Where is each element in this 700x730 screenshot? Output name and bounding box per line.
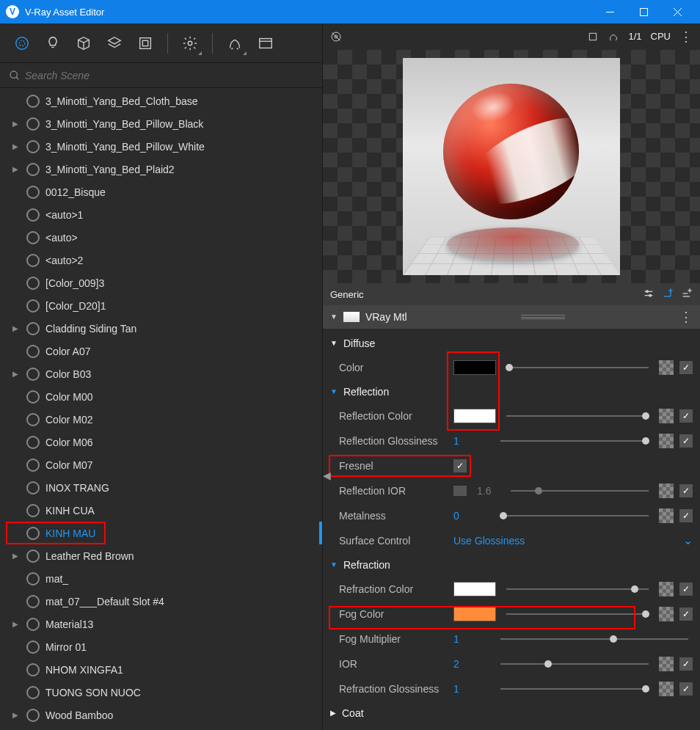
render-icon[interactable] xyxy=(222,30,248,56)
material-item[interactable]: ▶Color M07 xyxy=(0,453,322,476)
material-item[interactable]: ▶Leather Red Brown xyxy=(0,544,322,567)
frame-buffer-icon[interactable] xyxy=(252,30,279,56)
material-item[interactable]: ▶mat_ xyxy=(0,567,322,590)
materials-tab-icon[interactable] xyxy=(9,30,35,56)
material-item[interactable]: ▶<auto> xyxy=(0,226,322,249)
layer-row[interactable]: ▼ VRay Mtl ⋮ xyxy=(323,305,700,329)
coat-header[interactable]: ▶Coat xyxy=(330,701,693,725)
diffuse-slider[interactable] xyxy=(506,367,649,368)
preview-mode[interactable]: CPU xyxy=(651,31,671,42)
diffuse-color-swatch[interactable] xyxy=(453,360,496,375)
preview-ratio[interactable]: 1/1 xyxy=(628,31,641,42)
material-item[interactable]: ▶<auto>1 xyxy=(0,203,322,226)
material-item[interactable]: ▶Wood Veneer 01 xyxy=(0,726,322,730)
refl-gloss-slider[interactable] xyxy=(500,440,649,442)
material-item[interactable]: ▶3_Minotti_Yang_Bed_Pillow_White xyxy=(0,135,322,158)
refr-color-slider[interactable] xyxy=(506,588,649,590)
material-item[interactable]: ▶Color B03 xyxy=(0,362,322,385)
material-item[interactable]: ▶Material13 xyxy=(0,613,322,635)
refl-color-check[interactable]: ✓ xyxy=(679,409,693,423)
ior-lock-icon[interactable] xyxy=(453,486,467,496)
material-item[interactable]: ▶Mirror 01 xyxy=(0,635,322,658)
layer-expand-icon[interactable]: ▼ xyxy=(330,313,338,321)
square-icon[interactable] xyxy=(587,31,599,43)
more-icon[interactable]: ⋮ xyxy=(679,29,693,45)
fresnel-check[interactable]: ✓ xyxy=(453,459,467,472)
material-item[interactable]: ▶mat_07___Default Slot #4 xyxy=(0,590,322,613)
expand-icon[interactable]: ▶ xyxy=(10,620,21,628)
textures-tab-icon[interactable] xyxy=(132,30,158,56)
refr-gloss-check[interactable]: ✓ xyxy=(679,682,693,696)
fog-swatch[interactable] xyxy=(453,607,496,621)
search-input[interactable] xyxy=(25,70,313,81)
material-item[interactable]: ▶INOX TRANG xyxy=(0,476,322,499)
material-item[interactable]: ▶Color M02 xyxy=(0,408,322,431)
material-tree[interactable]: ▶3_Minotti_Yang_Bed_Cloth_base▶3_Minotti… xyxy=(0,88,322,730)
material-item[interactable]: ▶Color A07 xyxy=(0,340,322,362)
fog-texture-button[interactable] xyxy=(659,607,674,621)
refl-color-swatch[interactable] xyxy=(453,409,496,423)
metal-texture-button[interactable] xyxy=(659,508,674,523)
refl-color-slider[interactable] xyxy=(506,415,649,417)
fogmult-value[interactable]: 1 xyxy=(453,633,490,645)
refraction-header[interactable]: ▼Refraction xyxy=(330,553,693,577)
grip-icon[interactable] xyxy=(521,315,565,319)
refl-ior-slider[interactable] xyxy=(511,490,649,492)
metal-value[interactable]: 0 xyxy=(453,510,490,522)
fog-check[interactable]: ✓ xyxy=(679,607,693,621)
refr-ior-slider[interactable] xyxy=(500,663,649,665)
material-item[interactable]: ▶Cladding Siding Tan xyxy=(0,317,322,340)
close-button[interactable] xyxy=(660,0,694,23)
refl-color-texture-button[interactable] xyxy=(659,409,674,423)
expand-icon[interactable]: ▶ xyxy=(10,165,21,173)
expand-icon[interactable]: ▶ xyxy=(10,142,21,150)
layers-tab-icon[interactable] xyxy=(101,30,128,56)
refl-gloss-value[interactable]: 1 xyxy=(453,435,490,447)
expand-icon[interactable]: ▶ xyxy=(10,552,21,560)
refl-ior-texture-button[interactable] xyxy=(659,483,674,498)
sliders-icon[interactable] xyxy=(643,288,655,302)
refl-ior-value[interactable]: 1.6 xyxy=(477,485,500,497)
material-item[interactable]: ▶0012_Bisque xyxy=(0,180,322,203)
minimize-button[interactable] xyxy=(593,0,627,23)
material-item[interactable]: ▶<auto>2 xyxy=(0,249,322,271)
material-item[interactable]: ▶TUONG SON NUOC xyxy=(0,681,322,704)
teapot-icon[interactable] xyxy=(608,31,619,43)
maximize-button[interactable] xyxy=(627,0,660,23)
surf-value[interactable]: Use Glossiness xyxy=(453,535,677,547)
material-item[interactable]: ▶NHOM XINGFA1 xyxy=(0,658,322,681)
fog-slider[interactable] xyxy=(506,613,649,615)
metal-check[interactable]: ✓ xyxy=(679,509,693,522)
expand-icon[interactable]: ▶ xyxy=(10,120,21,128)
expand-icon[interactable]: ▶ xyxy=(10,370,21,378)
refr-ior-texture-button[interactable] xyxy=(659,657,674,671)
refr-color-texture-button[interactable] xyxy=(659,582,674,596)
refr-ior-check[interactable]: ✓ xyxy=(679,657,693,671)
material-item[interactable]: ▶3_Minotti_Yang_Bed_Plaid2 xyxy=(0,158,322,180)
material-item[interactable]: ▶KINH MAU xyxy=(0,522,322,544)
material-item[interactable]: ▶Color M00 xyxy=(0,385,322,408)
chevron-down-icon[interactable]: ⌄ xyxy=(683,533,693,547)
material-item[interactable]: ▶KINH CUA xyxy=(0,499,322,522)
fogmult-slider[interactable] xyxy=(500,638,688,640)
expand-icon[interactable]: ▶ xyxy=(10,324,21,332)
settings-icon[interactable] xyxy=(177,30,203,56)
refr-gloss-texture-button[interactable] xyxy=(659,682,674,696)
geometry-tab-icon[interactable] xyxy=(70,30,97,56)
refr-gloss-value[interactable]: 1 xyxy=(453,683,490,695)
material-item[interactable]: ▶[Color_009]3 xyxy=(0,271,322,294)
add-material-icon[interactable] xyxy=(681,288,693,302)
material-item[interactable]: ▶Color M06 xyxy=(0,431,322,453)
refr-color-check[interactable]: ✓ xyxy=(679,583,693,596)
diffuse-check[interactable]: ✓ xyxy=(679,361,693,374)
diffuse-texture-button[interactable] xyxy=(659,360,674,375)
refl-ior-check[interactable]: ✓ xyxy=(679,484,693,497)
diffuse-header[interactable]: ▼Diffuse xyxy=(330,332,693,355)
metal-slider[interactable] xyxy=(500,515,649,517)
material-item[interactable]: ▶[Color_D20]1 xyxy=(0,294,322,317)
refl-gloss-texture-button[interactable] xyxy=(659,434,674,448)
material-item[interactable]: ▶3_Minotti_Yang_Bed_Cloth_base xyxy=(0,90,322,112)
refr-ior-value[interactable]: 2 xyxy=(453,658,490,670)
reflection-header[interactable]: ▼Reflection xyxy=(330,380,693,404)
expand-icon[interactable]: ▶ xyxy=(10,711,21,719)
